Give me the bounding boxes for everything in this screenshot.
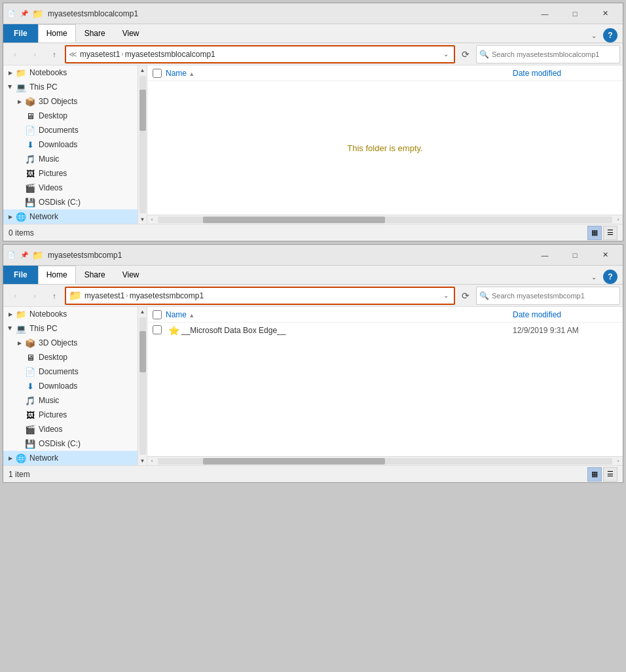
path-part2-1[interactable]: myasetestsmblocalcomp1 bbox=[125, 50, 215, 59]
tab-share-2[interactable]: Share bbox=[76, 266, 114, 284]
minimize-button-2[interactable]: — bbox=[530, 245, 560, 266]
view-tiles-btn-2[interactable]: ▦ bbox=[587, 467, 602, 482]
sidebar-item-pictures-2[interactable]: ▶ 🖼 Pictures bbox=[3, 408, 138, 422]
network-label-1: Network bbox=[29, 212, 58, 221]
search-input-2[interactable] bbox=[492, 292, 617, 300]
file-list-2: ⭐ __Microsoft Data Box Edge__ 12/9/2019 … bbox=[147, 323, 623, 456]
address-path-1: myasetest1 › myasetestsmblocalcomp1 bbox=[80, 50, 438, 59]
vscroll-track-2[interactable] bbox=[139, 317, 146, 455]
vscroll-up-1[interactable]: ▲ bbox=[138, 65, 147, 75]
sidebar-item-music-1[interactable]: ▶ 🎵 Music bbox=[3, 152, 138, 166]
address-path-2: myasetest1 › myasetestsmbcomp1 bbox=[84, 291, 438, 300]
addr-chevron-1[interactable]: ⌄ bbox=[441, 49, 451, 60]
help-button-1[interactable]: ? bbox=[603, 28, 617, 43]
hscroll-right-2[interactable]: › bbox=[614, 457, 623, 466]
view-buttons-1: ▦ ☰ bbox=[587, 226, 617, 240]
forward-button-1[interactable]: › bbox=[26, 45, 44, 63]
select-all-checkbox-1[interactable] bbox=[153, 69, 162, 78]
view-list-btn-2[interactable]: ☰ bbox=[603, 467, 617, 482]
tab-home-2[interactable]: Home bbox=[38, 266, 76, 284]
sidebar-item-videos-2[interactable]: ▶ 🎬 Videos bbox=[3, 422, 138, 436]
close-button-2[interactable]: ✕ bbox=[590, 245, 620, 266]
tab-file-1[interactable]: File bbox=[3, 24, 38, 43]
sidebar-item-thispc-1[interactable]: ▶ 💻 This PC bbox=[3, 80, 138, 94]
vscroll-down-1[interactable]: ▼ bbox=[138, 215, 147, 224]
sidebar-item-desktop-1[interactable]: ▶ 🖥 Desktop bbox=[3, 109, 138, 123]
up-button-1[interactable]: ↑ bbox=[45, 45, 64, 63]
close-button-1[interactable]: ✕ bbox=[590, 3, 620, 24]
sidebar-item-desktop-2[interactable]: ▶ 🖥 Desktop bbox=[3, 350, 138, 364]
hscroll-track-2[interactable] bbox=[158, 458, 612, 465]
vscroll-thumb-1 bbox=[139, 90, 146, 131]
table-row[interactable]: ⭐ __Microsoft Data Box Edge__ 12/9/2019 … bbox=[147, 323, 623, 338]
up-button-2[interactable]: ↑ bbox=[45, 287, 64, 305]
refresh-button-2[interactable]: ⟳ bbox=[456, 287, 475, 305]
hscroll-right-1[interactable]: › bbox=[614, 215, 623, 224]
search-input-1[interactable] bbox=[492, 50, 617, 58]
header-checkbox-1[interactable] bbox=[153, 69, 166, 78]
sidebar-item-videos-1[interactable]: ▶ 🎬 Videos bbox=[3, 181, 138, 195]
sidebar-item-downloads-1[interactable]: ▶ ⬇ Downloads bbox=[3, 137, 138, 152]
expand-btn-2[interactable]: ⌄ bbox=[587, 270, 600, 283]
tab-view-2[interactable]: View bbox=[114, 266, 148, 284]
osdisk-icon-1: 💾 bbox=[24, 196, 36, 208]
sidebar-item-documents-1[interactable]: ▶ 📄 Documents bbox=[3, 123, 138, 137]
sidebar-item-documents-2[interactable]: ▶ 📄 Documents bbox=[3, 364, 138, 379]
file-check-1[interactable] bbox=[153, 325, 162, 334]
sidebar-item-music-2[interactable]: ▶ 🎵 Music bbox=[3, 393, 138, 408]
tab-home-1[interactable]: Home bbox=[38, 24, 76, 43]
hscroll-thumb-2 bbox=[203, 458, 385, 465]
path-part1-1[interactable]: myasetest1 bbox=[80, 50, 120, 59]
back-button-1[interactable]: ‹ bbox=[6, 45, 24, 63]
vscroll-track-1[interactable] bbox=[139, 76, 146, 213]
3dobjects-arrow-1: ▶ bbox=[15, 97, 24, 106]
address-box-2[interactable]: 📁 myasetest1 › myasetestsmbcomp1 ⌄ bbox=[65, 287, 455, 305]
vscroll-down-2[interactable]: ▼ bbox=[138, 456, 147, 465]
col-date-header-2[interactable]: Date modified bbox=[513, 310, 617, 319]
back-button-2[interactable]: ‹ bbox=[6, 287, 24, 305]
addr-chevron-2[interactable]: ⌄ bbox=[441, 291, 451, 301]
sidebar-item-notebooks-2[interactable]: ▶ 📁 Notebooks bbox=[3, 307, 138, 321]
tab-share-1[interactable]: Share bbox=[76, 24, 114, 43]
sidebar-item-thispc-2[interactable]: ▶ 💻 This PC bbox=[3, 321, 138, 336]
address-box-1[interactable]: ≪ myasetest1 › myasetestsmblocalcomp1 ⌄ bbox=[65, 45, 455, 63]
refresh-button-1[interactable]: ⟳ bbox=[456, 45, 475, 63]
path-part2-2[interactable]: myasetestsmbcomp1 bbox=[130, 291, 204, 300]
forward-button-2[interactable]: › bbox=[26, 287, 44, 305]
sidebar-item-network-2[interactable]: ▶ 🌐 Network bbox=[3, 451, 138, 465]
sidebar-item-notebooks-1[interactable]: ▶ 📁 Notebooks bbox=[3, 65, 138, 80]
thispc-icon-1: 💻 bbox=[15, 81, 27, 93]
col-date-header-1[interactable]: Date modified bbox=[513, 69, 617, 78]
sidebar-item-3dobjects-1[interactable]: ▶ 📦 3D Objects bbox=[3, 94, 138, 109]
hscroll-track-1[interactable] bbox=[158, 217, 612, 223]
sidebar-vscroll-2[interactable]: ▲ ▼ bbox=[138, 307, 147, 465]
sidebar-vscroll-1[interactable]: ▲ ▼ bbox=[138, 65, 147, 224]
sidebar-item-osdisk-2[interactable]: ▶ 💾 OSDisk (C:) bbox=[3, 436, 138, 451]
sidebar-item-network-1[interactable]: ▶ 🌐 Network bbox=[3, 209, 138, 224]
select-all-checkbox-2[interactable] bbox=[153, 310, 162, 319]
col-name-header-1[interactable]: Name ▲ bbox=[166, 69, 513, 78]
notebooks-label-1: Notebooks bbox=[29, 68, 67, 77]
hscroll-left-1[interactable]: ‹ bbox=[147, 215, 156, 224]
help-button-2[interactable]: ? bbox=[603, 270, 617, 284]
path-part1-2[interactable]: myasetest1 bbox=[84, 291, 124, 300]
sidebar-item-3dobjects-2[interactable]: ▶ 📦 3D Objects bbox=[3, 336, 138, 350]
sidebar-item-pictures-1[interactable]: ▶ 🖼 Pictures bbox=[3, 166, 138, 181]
tab-view-1[interactable]: View bbox=[114, 24, 148, 43]
maximize-button-2[interactable]: □ bbox=[560, 245, 590, 266]
sidebar-item-downloads-2[interactable]: ▶ ⬇ Downloads bbox=[3, 379, 138, 393]
col-name-header-2[interactable]: Name ▲ bbox=[166, 310, 513, 319]
minimize-button-1[interactable]: — bbox=[530, 3, 560, 24]
hscroll-left-2[interactable]: ‹ bbox=[147, 457, 156, 466]
maximize-button-1[interactable]: □ bbox=[560, 3, 590, 24]
vscroll-up-2[interactable]: ▲ bbox=[138, 307, 147, 316]
thispc-icon-2: 💻 bbox=[15, 323, 27, 334]
thispc-arrow-1: ▶ bbox=[6, 82, 15, 92]
expand-btn-1[interactable]: ⌄ bbox=[587, 29, 600, 42]
header-checkbox-2[interactable] bbox=[153, 310, 166, 319]
view-tiles-btn-1[interactable]: ▦ bbox=[587, 226, 602, 240]
file-checkbox-1[interactable] bbox=[153, 325, 166, 336]
tab-file-2[interactable]: File bbox=[3, 266, 38, 284]
sidebar-item-osdisk-1[interactable]: ▶ 💾 OSDisk (C:) bbox=[3, 195, 138, 209]
view-list-btn-1[interactable]: ☰ bbox=[603, 226, 617, 240]
